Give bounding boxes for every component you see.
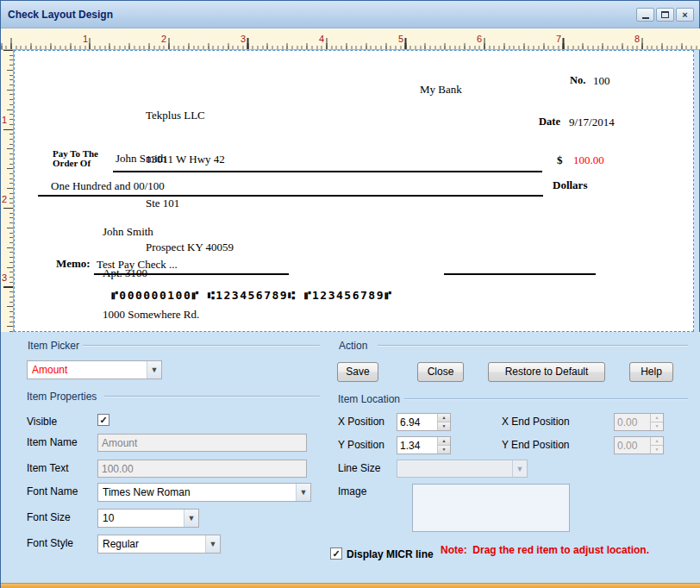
checkmark-icon: ✓: [332, 549, 340, 559]
item-location-group-label: Item Location: [338, 393, 400, 405]
dollars-label[interactable]: Dollars: [553, 178, 587, 192]
minimize-icon: [642, 17, 649, 19]
memo-underline: [94, 273, 289, 275]
close-icon: ×: [682, 10, 687, 20]
currency-symbol[interactable]: $: [557, 153, 563, 167]
amount-numeric[interactable]: 100.00: [573, 153, 604, 167]
visible-checkbox[interactable]: ✓: [97, 414, 109, 426]
item-picker-dropdown[interactable]: Amount ▼: [27, 360, 162, 379]
spin-down-icon[interactable]: ▼: [438, 445, 450, 454]
check-number-label[interactable]: No.: [570, 73, 585, 88]
spin-up-icon: ▲: [651, 437, 663, 445]
spin-up-icon: ▲: [651, 414, 663, 422]
bank-name[interactable]: My Bank: [420, 82, 462, 97]
close-button[interactable]: Close: [417, 362, 464, 382]
display-micr-line-label: Display MICR line: [347, 548, 434, 560]
ruler-mark: 3: [2, 272, 10, 283]
spin-up-icon[interactable]: ▲: [438, 414, 450, 422]
memo-text[interactable]: Test Pay Check ...: [97, 257, 178, 272]
help-button[interactable]: Help: [629, 362, 673, 382]
item-text-label: Item Text: [27, 462, 68, 474]
check-preview-surface[interactable]: Tekplus LLC 13011 W Hwy 42 Ste 101 Prosp…: [14, 50, 694, 332]
ruler-mark: 2: [153, 34, 166, 44]
font-name-dropdown[interactable]: Times New Roman ▼: [97, 483, 311, 502]
item-properties-group-label: Item Properties: [27, 391, 97, 403]
maximize-button[interactable]: [656, 8, 674, 22]
signature-line[interactable]: [444, 273, 596, 275]
ruler-mark: 8: [626, 34, 640, 44]
font-style-selected-value: Regular: [103, 538, 205, 550]
font-size-label: Font Size: [27, 511, 71, 523]
visible-label: Visible: [27, 416, 57, 428]
group-divider: [104, 396, 320, 397]
maximize-icon: [661, 11, 669, 18]
check-number-value[interactable]: 100: [593, 73, 610, 88]
font-size-selected-value: 10: [103, 512, 184, 524]
x-position-input[interactable]: [397, 414, 437, 430]
ruler-mark: 1: [2, 115, 10, 125]
ruler-mark: 7: [547, 34, 561, 44]
chevron-down-icon: ▼: [147, 361, 161, 378]
ruler-mark: 2: [2, 194, 10, 204]
x-end-position-input: [615, 414, 650, 430]
amount-words-underline: [38, 195, 543, 197]
vertical-ruler: 1 2 3: [1, 50, 14, 332]
horizontal-ruler: 1 2 3 4 5 6 7 8: [1, 28, 700, 50]
font-style-dropdown[interactable]: Regular ▼: [97, 535, 221, 554]
font-size-dropdown[interactable]: 10 ▼: [97, 509, 199, 528]
font-style-label: Font Style: [27, 537, 73, 549]
action-group-label: Action: [339, 340, 367, 352]
y-position-input[interactable]: [397, 437, 437, 454]
spin-up-icon[interactable]: ▲: [438, 437, 450, 445]
display-micr-line-checkbox[interactable]: ✓: [330, 547, 342, 560]
pay-to-the-order-of-label[interactable]: Pay To The Order Of: [53, 149, 98, 168]
ruler-mark: 6: [468, 34, 482, 44]
chevron-down-icon: ▼: [512, 460, 527, 477]
y-position-label: Y Position: [338, 439, 384, 451]
font-name-label: Font Name: [27, 485, 78, 497]
ruler-mark: 1: [74, 34, 88, 44]
image-preview-box: [412, 484, 570, 532]
close-button[interactable]: ×: [676, 8, 694, 22]
control-panel: Item Picker Amount ▼ Action Save Close R…: [1, 332, 700, 583]
title-bar[interactable]: Check Layout Design ×: [1, 1, 699, 28]
restore-to-default-button[interactable]: Restore to Default: [488, 362, 605, 382]
memo-label[interactable]: Memo:: [56, 256, 91, 271]
date-value[interactable]: 9/17/2014: [569, 115, 615, 129]
payee-name[interactable]: John Smith: [116, 151, 166, 166]
y-end-position-spinner: ▲▼: [614, 436, 664, 454]
item-name-field: [97, 434, 307, 452]
check-layout-design-window: Check Layout Design × 1 2 3 4 5 6 7 8 1 …: [0, 0, 700, 588]
ruler-mark: 3: [232, 34, 246, 44]
x-end-position-spinner: ▲▼: [614, 413, 664, 431]
chevron-down-icon: ▼: [205, 535, 220, 553]
date-label[interactable]: Date: [539, 115, 560, 129]
image-label: Image: [338, 485, 366, 497]
save-button[interactable]: Save: [337, 362, 378, 382]
group-divider: [378, 345, 688, 347]
payee-underline: [113, 171, 542, 172]
group-divider: [83, 345, 320, 347]
spin-down-icon: ▼: [651, 445, 663, 454]
minimize-button[interactable]: [636, 8, 654, 22]
spin-down-icon[interactable]: ▼: [438, 422, 450, 430]
line-size-dropdown: ▼: [397, 460, 528, 478]
item-picker-selected-value: Amount: [32, 364, 147, 376]
ruler-mark: 4: [310, 34, 324, 44]
x-position-spinner[interactable]: ▲▼: [397, 413, 451, 431]
window-title: Check Layout Design: [8, 9, 113, 21]
item-name-label: Item Name: [27, 436, 78, 448]
amount-in-words[interactable]: One Hundred and 00/100: [51, 178, 165, 193]
drag-note-text: Note: Drag the red item to adjust locati…: [441, 544, 649, 556]
y-position-spinner[interactable]: ▲▼: [397, 436, 451, 454]
group-divider: [404, 398, 688, 400]
micr-line[interactable]: ⑈000000100⑈ ⑆123456789⑆ ⑈123456789⑈: [111, 289, 392, 302]
window-controls: ×: [636, 8, 694, 22]
chevron-down-icon: ▼: [184, 510, 198, 527]
window-bottom-edge: [1, 583, 700, 588]
item-picker-group-label: Item Picker: [28, 340, 79, 352]
y-end-position-input: [615, 437, 650, 454]
checkmark-icon: ✓: [99, 416, 107, 425]
ruler-mark: 5: [390, 34, 403, 44]
y-end-position-label: Y End Position: [502, 439, 570, 451]
